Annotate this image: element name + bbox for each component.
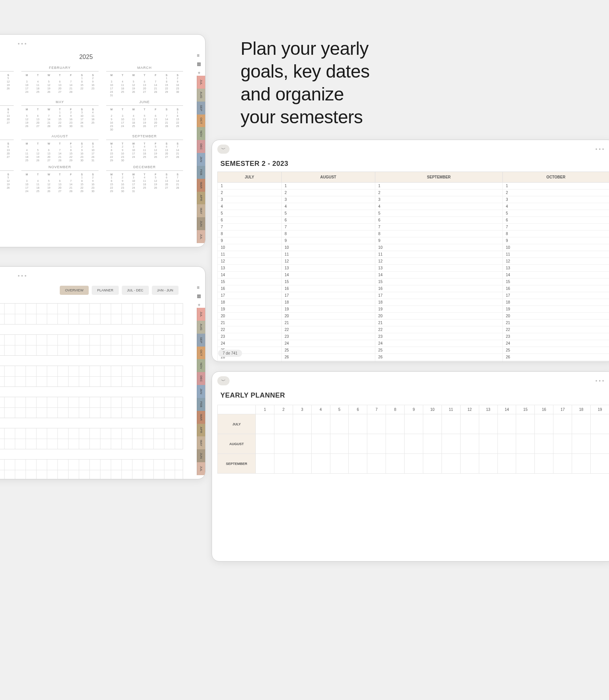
table-row[interactable]: 5555 bbox=[218, 210, 609, 217]
overview-month-february[interactable]: FEBRUARY bbox=[0, 328, 183, 356]
table-row[interactable]: 25252525 bbox=[218, 347, 609, 354]
grid-icon[interactable]: ▦ bbox=[197, 61, 201, 67]
view-tab-jul---dec[interactable]: JUL - DEC bbox=[122, 286, 149, 295]
view-tab-jan---jun[interactable]: JAN - JUN bbox=[152, 286, 179, 295]
camera-dots-icon: ••• bbox=[18, 273, 28, 279]
plus-icon[interactable]: ＋ bbox=[197, 302, 201, 308]
view-tab-overview[interactable]: OVERVIEW bbox=[60, 286, 89, 295]
table-row[interactable]: 24242424 bbox=[218, 340, 609, 347]
table-row[interactable]: 26262626 bbox=[218, 354, 609, 361]
yearly-planner-panel: ﹀ ••• YEARLY PLANNER 1234567891011121314… bbox=[212, 371, 609, 562]
headline: Plan your yearlygoals, key datesand orga… bbox=[241, 37, 370, 129]
table-row[interactable]: 12121212 bbox=[218, 258, 609, 265]
planner-row-july[interactable]: JULY bbox=[218, 414, 609, 434]
collapse-chevron-icon[interactable]: ﹀ bbox=[217, 376, 230, 385]
grid-icon[interactable]: ▦ bbox=[197, 293, 201, 299]
mini-calendar-october[interactable]: OCTOBERMTWTFSS12345678910111213141516171… bbox=[0, 165, 14, 193]
month-tab-aug[interactable]: AUG bbox=[197, 321, 205, 334]
table-row[interactable]: 18181818 bbox=[218, 299, 609, 306]
menu-icon[interactable]: ≡ bbox=[197, 53, 201, 58]
table-row[interactable]: 23232323 bbox=[218, 333, 609, 340]
month-tab-jul[interactable]: JUL bbox=[197, 462, 205, 475]
month-tab-sep[interactable]: SEP bbox=[197, 334, 205, 347]
overview-month-march[interactable]: MARCH bbox=[0, 360, 183, 387]
mini-calendar-december[interactable]: DECEMBERMTWTFSS1234567891011121314151617… bbox=[106, 165, 183, 193]
mini-calendar-september[interactable]: SEPTEMBERMTWTFSS123456789101112131415161… bbox=[106, 134, 183, 162]
menu-icon[interactable]: ≡ bbox=[197, 285, 201, 290]
overview-month-list: JANUARYFEBRUARYMARCHAPRILMAYJUNE bbox=[0, 297, 183, 479]
month-tab-apr[interactable]: APR bbox=[197, 424, 205, 437]
overview-month-june[interactable]: JUNE bbox=[0, 453, 183, 479]
semester-col-august: AUGUST bbox=[281, 172, 375, 183]
mini-calendar-may[interactable]: MAYMTWTFSS123456789101112131415161718192… bbox=[21, 100, 99, 131]
semester-title: SEMESTER 2 - 2023 bbox=[220, 160, 609, 168]
month-tab-mar[interactable]: MAR bbox=[197, 179, 205, 192]
mini-calendar-april[interactable]: APRILMTWTFSS1234567891011121314151617181… bbox=[0, 100, 14, 131]
month-tab-jul[interactable]: JUL bbox=[197, 230, 205, 243]
month-tab-nov[interactable]: NOV bbox=[197, 359, 205, 372]
yearly-planner-title: YEARLY PLANNER bbox=[220, 391, 609, 399]
year-title: 2025 bbox=[0, 54, 183, 60]
month-tab-jul[interactable]: JUL bbox=[197, 308, 205, 321]
camera-dots-icon: ••• bbox=[18, 41, 28, 47]
month-tab-may[interactable]: MAY bbox=[197, 436, 205, 449]
table-row[interactable]: 1111 bbox=[218, 183, 609, 189]
mini-calendar-august[interactable]: AUGUSTMTWTFSS123456789101112131415161718… bbox=[21, 134, 99, 162]
month-tab-mar[interactable]: MAR bbox=[197, 411, 205, 424]
table-row[interactable]: 9999 bbox=[218, 237, 609, 244]
mini-calendar-june[interactable]: JUNEMTWTFSS12345678910111213141516171819… bbox=[106, 100, 183, 131]
table-row[interactable]: 16161616 bbox=[218, 285, 609, 292]
semester-panel: ﹀ ••• SEMESTER 2 - 2023 JULYAUGUSTSEPTEM… bbox=[212, 140, 609, 362]
table-row[interactable]: 14141414 bbox=[218, 272, 609, 278]
month-tab-feb[interactable]: FEB bbox=[197, 166, 205, 179]
table-row[interactable]: 15151515 bbox=[218, 278, 609, 285]
plus-icon[interactable]: ＋ bbox=[197, 70, 201, 76]
table-row[interactable]: 3333 bbox=[218, 196, 609, 203]
table-row[interactable]: 17171717 bbox=[218, 292, 609, 299]
mini-calendar-february[interactable]: FEBRUARYMTWTFSS1234567891011121314151617… bbox=[21, 66, 99, 97]
table-row[interactable]: 19191919 bbox=[218, 306, 609, 313]
mini-calendar-july[interactable]: JULYMTWTFSS12345678910111213141516171819… bbox=[0, 134, 14, 162]
month-tab-jan[interactable]: JAN bbox=[197, 153, 205, 166]
table-row[interactable]: 13131313 bbox=[218, 265, 609, 272]
collapse-chevron-icon[interactable]: ﹀ bbox=[217, 145, 230, 154]
table-row[interactable]: 2222 bbox=[218, 189, 609, 196]
table-row[interactable]: 4444 bbox=[218, 203, 609, 210]
table-row[interactable]: 11111111 bbox=[218, 251, 609, 258]
month-tab-feb[interactable]: FEB bbox=[197, 398, 205, 411]
table-row[interactable]: 6666 bbox=[218, 217, 609, 224]
table-row[interactable]: 27272727 bbox=[218, 361, 609, 362]
mini-calendar-january[interactable]: JANUARYMTWTFSS12345678910111213141516171… bbox=[0, 66, 14, 97]
overview-month-april[interactable]: APRIL bbox=[0, 391, 183, 418]
month-tab-nov[interactable]: NOV bbox=[197, 127, 205, 140]
month-tab-dec[interactable]: DEC bbox=[197, 140, 205, 153]
month-tab-jun[interactable]: JUN bbox=[197, 217, 205, 230]
month-tab-may[interactable]: MAY bbox=[197, 204, 205, 217]
month-tab-oct[interactable]: OCT bbox=[197, 115, 205, 127]
table-row[interactable]: 22222222 bbox=[218, 326, 609, 333]
month-tab-jan[interactable]: JAN bbox=[197, 385, 205, 398]
month-tab-oct[interactable]: OCT bbox=[197, 347, 205, 360]
overview-month-january[interactable]: JANUARY bbox=[0, 297, 183, 325]
planner-row-september[interactable]: SEPTEMBER bbox=[218, 454, 609, 474]
mini-calendar-november[interactable]: NOVEMBERMTWTFSS1234567891011121314151617… bbox=[21, 165, 99, 193]
semester-col-october: OCTOBER bbox=[503, 172, 609, 183]
month-tab-apr[interactable]: APR bbox=[197, 192, 205, 205]
mini-calendar-march[interactable]: MARCHMTWTFSS1234567891011121314151617181… bbox=[106, 66, 183, 97]
month-tab-sep[interactable]: SEP bbox=[197, 102, 205, 115]
overview-month-may[interactable]: MAY bbox=[0, 422, 183, 449]
month-tab-dec[interactable]: DEC bbox=[197, 372, 205, 385]
table-row[interactable]: 7777 bbox=[218, 224, 609, 231]
view-tab-planner[interactable]: PLANNER bbox=[92, 286, 119, 295]
month-tab-jul[interactable]: JUL bbox=[197, 76, 205, 89]
table-row[interactable]: 21212121 bbox=[218, 320, 609, 326]
table-row[interactable]: 8888 bbox=[218, 231, 609, 237]
camera-dots-icon: ••• bbox=[595, 146, 606, 152]
page-indicator: 7 de 741 bbox=[218, 350, 242, 357]
calendar-grid: MARCHMTWTFSS1234567891011121314151617181… bbox=[0, 66, 183, 193]
table-row[interactable]: 20202020 bbox=[218, 313, 609, 320]
table-row[interactable]: 10101010 bbox=[218, 244, 609, 251]
month-tab-aug[interactable]: AUG bbox=[197, 89, 205, 102]
month-tab-jun[interactable]: JUN bbox=[197, 449, 205, 462]
planner-row-august[interactable]: AUGUST bbox=[218, 434, 609, 454]
